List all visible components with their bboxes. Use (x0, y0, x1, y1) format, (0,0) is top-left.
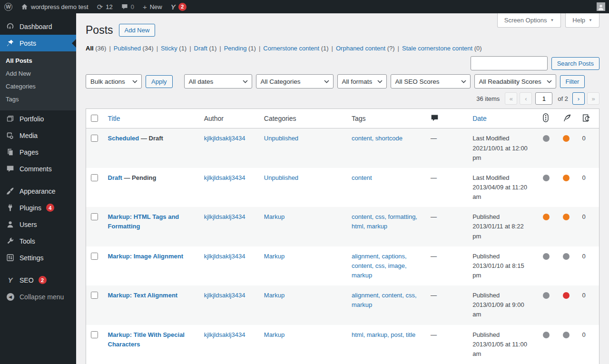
post-title-link[interactable]: Markup: Title With Special Characters (108, 331, 185, 348)
collapse-arrow-icon: ◀ (6, 292, 15, 301)
sidebar-item-settings[interactable]: Settings (0, 249, 76, 266)
sidebar-item-dashboard[interactable]: Dashboard (0, 18, 76, 35)
categories-filter-select[interactable]: All Categories (256, 74, 334, 89)
post-status-views: All (36)|Published (34)|Sticky (1)|Draft… (86, 44, 599, 54)
row-checkbox[interactable] (91, 331, 98, 338)
view-sticky[interactable]: Sticky (161, 45, 177, 52)
tag-links[interactable]: content, css, formatting, html, markup (352, 213, 417, 230)
search-posts-button[interactable]: Search Posts (551, 57, 599, 70)
post-title-link[interactable]: Scheduled (108, 135, 139, 142)
current-page-input[interactable] (535, 92, 552, 105)
sort-by-title[interactable]: Title (108, 115, 120, 122)
readability-scores-filter-select[interactable]: All Readability Scores (474, 74, 556, 89)
post-title-link[interactable]: Draft (108, 174, 122, 181)
post-title-link[interactable]: Markup: HTML Tags and Formatting (108, 213, 179, 230)
media-icon (6, 131, 15, 140)
readability-column-icon (563, 114, 571, 122)
search-input[interactable] (471, 56, 548, 70)
apply-button[interactable]: Apply (146, 75, 173, 88)
sidebar-item-seo[interactable]: Y SEO 2 (0, 272, 76, 288)
tag-links[interactable]: html, markup, post, title (352, 331, 415, 338)
category-link[interactable]: Unpublished (264, 135, 298, 142)
author-link[interactable]: kjlkjldsaklj3434 (204, 174, 246, 181)
sidebar-item-pages[interactable]: Pages (0, 144, 76, 160)
category-link[interactable]: Markup (264, 253, 285, 260)
screen-options-button[interactable]: Screen Options ▼ (497, 13, 561, 28)
user-avatar[interactable] (597, 2, 605, 11)
tag-links[interactable]: content (352, 174, 372, 181)
yoast-notification-badge: 2 (178, 3, 187, 11)
author-link[interactable]: kjlkjldsaklj3434 (204, 213, 246, 220)
seo-scores-filter-select[interactable]: All SEO Scores (391, 74, 471, 89)
author-link[interactable]: kjlkjldsaklj3434 (204, 292, 246, 299)
yoast-menu[interactable]: Y 2 (167, 0, 191, 13)
category-link[interactable]: Markup (264, 213, 285, 220)
tag-links[interactable]: alignment, content, css, markup (352, 292, 417, 308)
updates-menu[interactable]: ⟳ 12 (93, 0, 117, 13)
row-checkbox[interactable] (91, 135, 98, 142)
row-checkbox[interactable] (91, 174, 98, 181)
wordpress-logo-menu[interactable]: W (0, 0, 17, 13)
post-title-link[interactable]: Markup: Image Alignment (108, 253, 183, 260)
view-stale-cornerstone[interactable]: Stale cornerstone content (402, 45, 472, 52)
category-link[interactable]: Markup (264, 331, 285, 338)
tag-links[interactable]: content, shortcode (352, 135, 403, 142)
row-checkbox[interactable] (91, 292, 98, 299)
post-title-link[interactable]: Markup: Text Alignment (108, 292, 178, 299)
bulk-actions-select[interactable]: Bulk actions (86, 74, 142, 89)
active-menu-arrow (72, 39, 76, 48)
sidebar-item-label: Users (20, 221, 37, 228)
comments-menu[interactable]: 0 (117, 0, 138, 13)
sidebar-item-posts[interactable]: Posts (0, 35, 76, 51)
formats-filter-select[interactable]: All formats (337, 74, 387, 89)
seo-score-dot (543, 332, 550, 338)
plus-icon: + (143, 3, 147, 10)
sidebar-item-media[interactable]: Media (0, 127, 76, 144)
row-checkbox[interactable] (91, 213, 98, 220)
sort-by-date[interactable]: Date (472, 115, 487, 122)
comments-count: — (431, 135, 437, 142)
sidebar-item-users[interactable]: Users (0, 216, 76, 233)
sidebar-item-appearance[interactable]: Appearance (0, 183, 76, 199)
view-published[interactable]: Published (114, 45, 141, 52)
first-page-button[interactable]: « (505, 92, 517, 105)
next-page-button[interactable]: › (572, 92, 585, 105)
view-draft[interactable]: Draft (194, 45, 207, 52)
chevron-down-icon (132, 80, 138, 83)
total-pages-label: of 2 (558, 95, 568, 102)
category-link[interactable]: Unpublished (264, 174, 298, 181)
submenu-item-categories[interactable]: Categories (0, 80, 76, 93)
view-cornerstone[interactable]: Cornerstone content (263, 45, 319, 52)
row-checkbox[interactable] (91, 253, 98, 260)
author-link[interactable]: kjlkjldsaklj3434 (204, 135, 246, 142)
sliders-icon (6, 253, 15, 262)
category-link[interactable]: Markup (264, 292, 285, 299)
prev-page-button[interactable]: ‹ (520, 92, 532, 105)
post-status: Last Modified (472, 134, 533, 143)
sidebar-item-tools[interactable]: Tools (0, 233, 76, 249)
sidebar-item-plugins[interactable]: Plugins 4 (0, 199, 76, 216)
comment-bubble-icon (121, 3, 128, 10)
author-link[interactable]: kjlkjldsaklj3434 (204, 253, 246, 260)
select-all-checkbox[interactable] (91, 115, 98, 122)
view-pending[interactable]: Pending (224, 45, 247, 52)
tag-links[interactable]: alignment, captions, content, css, image… (352, 253, 407, 279)
new-content-menu[interactable]: + New (138, 0, 167, 13)
sidebar-item-portfolio[interactable]: Portfolio (0, 110, 76, 127)
view-all[interactable]: All (86, 45, 94, 52)
submenu-item-all-posts[interactable]: All Posts (0, 54, 76, 67)
submenu-item-tags[interactable]: Tags (0, 93, 76, 106)
chevron-down-icon (377, 80, 383, 83)
post-date: 2021/10/01 at 12:00 pm (472, 145, 528, 161)
filter-button[interactable]: Filter (560, 75, 585, 88)
help-button[interactable]: Help ▼ (565, 13, 599, 28)
submenu-item-add-new[interactable]: Add New (0, 67, 76, 80)
add-new-button[interactable]: Add New (119, 24, 156, 37)
last-page-button[interactable]: » (587, 92, 599, 105)
dates-filter-select[interactable]: All dates (184, 74, 252, 89)
sidebar-item-comments[interactable]: Comments (0, 160, 76, 177)
author-link[interactable]: kjlkjldsaklj3434 (204, 331, 246, 338)
site-name-menu[interactable]: wordpress demo test (17, 0, 93, 13)
sidebar-item-collapse-menu[interactable]: ◀ Collapse menu (0, 288, 76, 305)
view-orphaned[interactable]: Orphaned content (336, 45, 385, 52)
